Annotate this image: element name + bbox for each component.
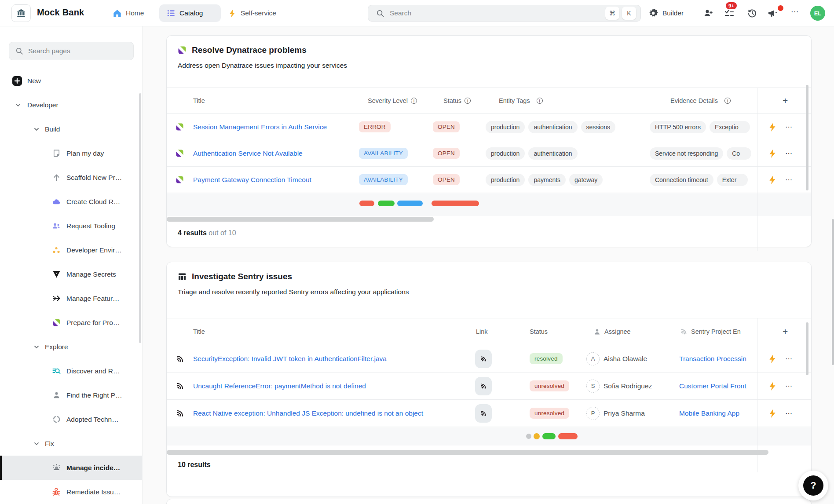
sidebar-group-fix[interactable]: Fix	[0, 431, 142, 456]
assignee-name: Aisha Olawale	[604, 355, 647, 363]
status-badge: OPEN	[433, 121, 460, 132]
table-horizontal-scrollbar[interactable]	[167, 217, 434, 222]
table-row[interactable]: Uncaught ReferenceError: paymentMethod i…	[167, 373, 811, 400]
invite-user-icon[interactable]	[703, 8, 713, 18]
sidebar-item-find-right-person[interactable]: Find the Right P…	[0, 383, 142, 407]
column-header-title[interactable]: Title	[193, 97, 359, 104]
sidebar-item-request-tooling[interactable]: Request Tooling	[0, 214, 142, 238]
arrow-up-icon	[51, 172, 62, 183]
sentry-project-link[interactable]: Mobile Banking App	[679, 409, 739, 417]
history-icon[interactable]	[747, 8, 757, 18]
sentry-link-button[interactable]	[475, 377, 492, 395]
sentry-table: Title Link Status Assignee Sentry Projec…	[167, 318, 811, 446]
sidebar-search[interactable]	[9, 42, 134, 60]
main-content: Resolve Dynatrace problems Address open …	[143, 26, 834, 504]
global-search[interactable]: ⌘ K	[368, 5, 641, 22]
add-column-icon[interactable]: +	[783, 326, 788, 337]
column-header-sentry-project[interactable]: Sentry Project En	[655, 328, 757, 336]
assignee-avatar: S	[586, 380, 600, 393]
sidebar-item-remediate-issues[interactable]: Remediate Issu…	[0, 480, 142, 504]
partial-table-row[interactable]	[167, 193, 811, 216]
table-horizontal-scrollbar[interactable]	[167, 450, 768, 455]
sidebar-item-scaffold-new-project[interactable]: Scaffold New Pr…	[0, 165, 142, 190]
run-action-bolt-icon[interactable]	[768, 175, 777, 185]
sidebar-item-new[interactable]: New	[0, 69, 142, 93]
column-header-assignee[interactable]: Assignee	[558, 328, 655, 336]
column-header-link[interactable]: Link	[466, 328, 505, 335]
row-more-icon[interactable]: ⋯	[785, 409, 793, 417]
row-more-icon[interactable]: ⋯	[785, 123, 793, 131]
run-action-bolt-icon[interactable]	[768, 122, 777, 132]
problem-title-link[interactable]: Session Management Errors in Auth Servic…	[193, 123, 327, 131]
sidebar-item-label: Prepare for Pro…	[66, 319, 120, 327]
brand-logo[interactable]	[11, 4, 31, 22]
sidebar-group-build[interactable]: Build	[0, 117, 142, 141]
sidebar-item-plan-my-day[interactable]: Plan my day	[0, 141, 142, 165]
problem-title-link[interactable]: Payment Gateway Connection Timeout	[193, 176, 311, 184]
page-vertical-scrollbar[interactable]	[832, 219, 834, 365]
column-header-title[interactable]: Title	[193, 328, 466, 335]
column-header-severity[interactable]: Severity Leveli	[359, 97, 433, 104]
column-header-status[interactable]: Statusi	[433, 97, 486, 104]
sidebar-scrollbar[interactable]	[139, 93, 141, 343]
issue-title-link[interactable]: Uncaught ReferenceError: paymentMethod i…	[193, 382, 366, 390]
sidebar-item-create-cloud-resource[interactable]: Create Cloud R…	[0, 190, 142, 214]
sidebar-item-manage-incidents[interactable]: Manage incide…	[0, 456, 142, 480]
sidebar-item-discover[interactable]: Discover and R…	[0, 359, 142, 383]
entity-tag: authentication	[528, 121, 577, 133]
sentry-project-link[interactable]: Transaction Processin	[679, 355, 746, 363]
column-header-entity-tags[interactable]: Entity Tagsi	[486, 97, 650, 104]
sentry-link-button[interactable]	[475, 350, 492, 368]
table-row[interactable]: Payment Gateway Connection Timeout AVAIL…	[167, 167, 811, 193]
table-vertical-scrollbar[interactable]	[806, 85, 808, 190]
row-more-icon[interactable]: ⋯	[785, 149, 793, 157]
sentry-icon	[176, 409, 184, 418]
run-action-bolt-icon[interactable]	[768, 354, 777, 364]
info-icon[interactable]: i	[537, 98, 543, 104]
run-action-bolt-icon[interactable]	[768, 149, 777, 158]
table-row[interactable]: React Native exception: Unhandled JS Exc…	[167, 400, 811, 427]
run-action-bolt-icon[interactable]	[768, 381, 777, 391]
issue-title-link[interactable]: React Native exception: Unhandled JS Exc…	[193, 409, 423, 417]
help-button[interactable]: ?	[798, 471, 828, 500]
row-more-icon[interactable]: ⋯	[785, 354, 793, 363]
info-icon[interactable]: i	[724, 98, 731, 104]
sidebar-item-manage-secrets[interactable]: Manage Secrets	[0, 262, 142, 286]
sidebar-group-explore[interactable]: Explore	[0, 335, 142, 359]
sidebar-item-developer-environments[interactable]: Developer Envir…	[0, 238, 142, 262]
sentry-link-button[interactable]	[475, 404, 492, 423]
tasks-checklist-icon[interactable]	[724, 8, 735, 18]
sidebar-item-adopted-tech[interactable]: Adopted Techn…	[0, 407, 142, 431]
problem-title-link[interactable]: Authentication Service Not Available	[193, 150, 303, 157]
sidebar-item-label: Scaffold New Pr…	[66, 174, 122, 182]
info-icon[interactable]: i	[411, 98, 417, 104]
row-more-icon[interactable]: ⋯	[785, 175, 793, 184]
nav-self-service[interactable]: Self-service	[228, 0, 276, 26]
tag-pill-red	[359, 201, 374, 206]
table-row[interactable]: SecurityException: Invalid JWT token in …	[167, 345, 811, 373]
table-row[interactable]: Authentication Service Not Available AVA…	[167, 140, 811, 167]
sidebar-group-label: Build	[45, 125, 60, 133]
sidebar-item-prepare-for-production[interactable]: Prepare for Pro…	[0, 310, 142, 335]
sidebar-search-input[interactable]	[28, 47, 127, 55]
row-more-icon[interactable]: ⋯	[785, 382, 793, 390]
issue-title-link[interactable]: SecurityException: Invalid JWT token in …	[193, 355, 387, 363]
table-row[interactable]: Session Management Errors in Auth Servic…	[167, 114, 811, 140]
table-vertical-scrollbar[interactable]	[806, 322, 808, 375]
column-header-evidence[interactable]: Evidence Detailsi	[650, 97, 757, 104]
add-column-icon[interactable]: +	[783, 95, 788, 106]
more-menu-icon[interactable]: ⋯	[791, 7, 799, 16]
builder-button[interactable]: Builder	[648, 0, 684, 26]
run-action-bolt-icon[interactable]	[768, 409, 777, 418]
partial-table-row[interactable]	[167, 427, 811, 446]
sidebar-group-developer[interactable]: Developer	[0, 93, 142, 117]
user-avatar[interactable]: EL	[810, 6, 825, 21]
nav-catalog[interactable]: Catalog	[159, 4, 221, 22]
megaphone-icon[interactable]	[767, 8, 778, 18]
sentry-project-link[interactable]: Customer Portal Front	[679, 382, 746, 390]
sidebar-item-manage-features[interactable]: Manage Featur…	[0, 286, 142, 310]
global-search-input[interactable]	[390, 9, 603, 17]
column-header-status[interactable]: Status	[505, 328, 558, 335]
info-icon[interactable]: i	[465, 98, 471, 104]
nav-home[interactable]: Home	[113, 0, 144, 26]
